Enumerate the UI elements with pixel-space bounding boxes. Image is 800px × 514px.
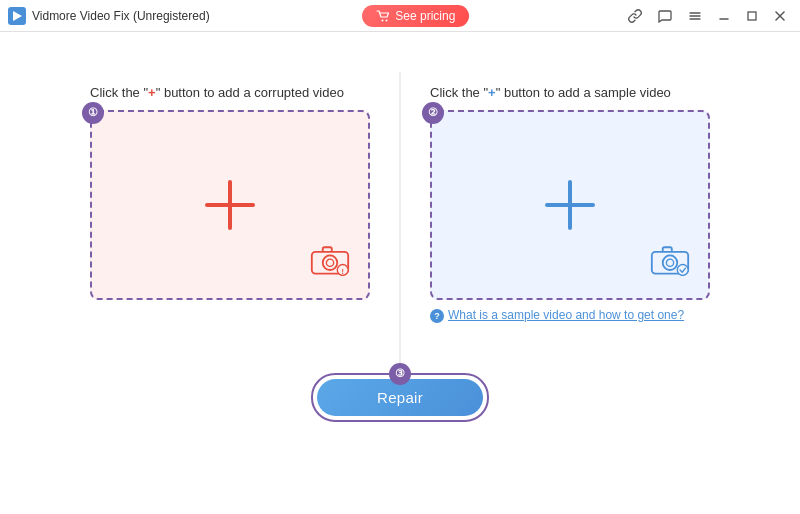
add-corrupted-plus-icon (205, 180, 255, 230)
sample-video-help-link[interactable]: ? What is a sample video and how to get … (430, 308, 684, 323)
svg-point-13 (326, 259, 333, 266)
menu-button[interactable] (682, 7, 708, 25)
maximize-icon (746, 10, 758, 22)
sample-camera-icon (650, 244, 690, 276)
corrupted-camera-icon: ! (310, 244, 350, 276)
minimize-button[interactable] (712, 8, 736, 24)
title-right (622, 7, 792, 25)
see-pricing-button[interactable]: See pricing (362, 5, 469, 27)
svg-point-12 (323, 255, 338, 270)
title-bar: Vidmore Video Fix (Unregistered) See pri… (0, 0, 800, 32)
svg-point-3 (386, 19, 388, 21)
step-2-badge: ② (422, 102, 444, 124)
app-title: Vidmore Video Fix (Unregistered) (32, 9, 210, 23)
link-button[interactable] (622, 7, 648, 25)
add-sample-plus-icon (545, 180, 595, 230)
right-instruction-prefix: Click the " (430, 85, 488, 100)
help-link-text: What is a sample video and how to get on… (448, 308, 684, 322)
sample-camera-icon-wrapper (650, 244, 690, 280)
cart-icon (376, 10, 390, 22)
close-button[interactable] (768, 8, 792, 24)
sample-video-upload-box[interactable]: ② (430, 110, 710, 300)
hamburger-icon (688, 9, 702, 23)
step-3-badge: ③ (389, 363, 411, 385)
right-instruction-suffix: " button to add a sample video (496, 85, 671, 100)
svg-point-19 (677, 264, 688, 275)
chat-icon (658, 9, 672, 23)
svg-rect-8 (748, 12, 756, 20)
left-panel-instruction: Click the "+" button to add a corrupted … (90, 85, 344, 100)
corrupted-video-upload-box[interactable]: ① ! (90, 110, 370, 300)
right-panel-instruction: Click the "+" button to add a sample vid… (430, 85, 671, 100)
repair-section: ③ Repair (311, 373, 489, 422)
right-plus-symbol: + (488, 85, 496, 100)
link-icon (628, 9, 642, 23)
help-icon: ? (430, 309, 444, 323)
svg-point-2 (382, 19, 384, 21)
maximize-button[interactable] (740, 8, 764, 24)
svg-point-18 (666, 259, 673, 266)
left-panel: Click the "+" button to add a corrupted … (90, 85, 370, 300)
main-content: Click the "+" button to add a corrupted … (0, 32, 800, 514)
right-panel: Click the "+" button to add a sample vid… (430, 85, 710, 323)
left-plus-symbol: + (148, 85, 156, 100)
vertical-divider (400, 72, 401, 394)
svg-point-17 (663, 255, 678, 270)
corrupted-camera-icon-wrapper: ! (310, 244, 350, 280)
step-1-badge: ① (82, 102, 104, 124)
repair-button-label: Repair (377, 389, 423, 406)
see-pricing-label: See pricing (395, 9, 455, 23)
close-icon (774, 10, 786, 22)
app-icon (8, 7, 26, 25)
left-instruction-prefix: Click the " (90, 85, 148, 100)
left-instruction-suffix: " button to add a corrupted video (156, 85, 344, 100)
svg-text:!: ! (342, 266, 344, 275)
minimize-icon (718, 10, 730, 22)
title-left: Vidmore Video Fix (Unregistered) (8, 7, 210, 25)
chat-button[interactable] (652, 7, 678, 25)
